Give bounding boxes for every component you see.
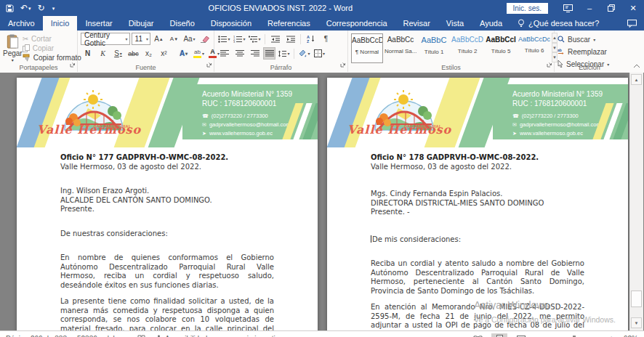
recipient-title: ALCALDE DEL CANTÓN SANTO DOMINGO. [60, 196, 274, 206]
tab-referencias[interactable]: Referencias [259, 16, 318, 31]
lightbulb-icon [518, 19, 525, 28]
numbering-icon: 123 [233, 36, 242, 43]
change-case-button[interactable]: Aa▾ [182, 33, 196, 45]
group-label-paragraph: Párrafo [214, 64, 347, 71]
styles-dialog-launcher[interactable] [547, 57, 552, 70]
clear-formatting-button[interactable] [198, 33, 212, 45]
style-name: ¶ Normal [352, 49, 382, 55]
highlight-color-button[interactable]: ab▾ [192, 47, 206, 60]
ribbon-display-options-button[interactable] [557, 0, 579, 16]
feedback-button[interactable] [620, 16, 644, 31]
group-label-editing: Edición [555, 64, 624, 71]
web-layout-button[interactable] [513, 333, 529, 337]
paste-dropdown-icon[interactable]: ▾ [12, 57, 14, 62]
save-button[interactable] [6, 4, 14, 12]
italic-button[interactable]: K [96, 47, 110, 60]
group-paragraph: ▾ 123▾ ▾ AZ ¶ [214, 31, 348, 72]
style-normal-sa[interactable]: AaBbCc Normal Sa... [385, 33, 416, 63]
replace-button[interactable]: ab Reemplazar [558, 46, 622, 57]
tab-inicio[interactable]: Inicio [43, 16, 78, 31]
style-preview: AaBbCc [385, 36, 416, 44]
decrease-indent-button[interactable] [268, 33, 282, 45]
style-preview: AaBbCcI [485, 36, 517, 44]
shrink-font-button[interactable]: A▼ [167, 33, 181, 45]
text-effects-button[interactable]: A▾ [177, 47, 190, 60]
font-dialog-launcher[interactable] [206, 57, 212, 70]
collapse-ribbon-button[interactable] [633, 58, 640, 71]
letter-body[interactable]: Oficio N° 177 GADPRVH-O-WMC-08-2022. Val… [17, 147, 318, 330]
numbering-button[interactable]: 123▾ [233, 33, 246, 45]
phone-icon: ☎ [512, 112, 519, 120]
mail-icon: ✉ [512, 121, 517, 129]
align-left-button[interactable] [217, 47, 231, 60]
shading-button[interactable]: ▾ [297, 47, 311, 60]
find-button[interactable]: Buscar▾ [558, 34, 622, 44]
style-titulo-6[interactable]: AaBbCcDc Título 6 [518, 33, 550, 63]
cut-button[interactable]: ✂ Cortar [23, 34, 81, 43]
style-titulo-1[interactable]: AaBbC Título 1 [418, 33, 450, 63]
print-layout-button[interactable] [491, 333, 507, 337]
style-name: Título 2 [451, 48, 483, 54]
borders-button[interactable]: ▾ [313, 47, 326, 60]
read-mode-button[interactable] [470, 333, 486, 337]
align-right-button[interactable] [248, 47, 262, 60]
subscript-button[interactable]: x₂ [142, 47, 156, 60]
style-titulo-5[interactable]: AaBbCcI Título 5 [485, 33, 517, 63]
undo-button[interactable]: ↶▾ [20, 4, 31, 12]
font-size-combo[interactable]: 11▾ [132, 33, 150, 45]
font-family-combo[interactable]: Century Gothic▾ [81, 33, 130, 45]
increase-indent-button[interactable] [283, 33, 297, 45]
tab-disposicion[interactable]: Disposición [203, 16, 259, 31]
style-normal[interactable]: AaBbCcD ¶ Normal [351, 33, 383, 63]
tab-archivo[interactable]: Archivo [0, 16, 43, 31]
tab-dibujar[interactable]: Dibujar [121, 16, 162, 31]
cursor-icon: ➤ [512, 129, 517, 137]
letterhead-info-box: Acuerdo Ministerial N° 1359 RUC : 176812… [493, 84, 628, 139]
paste-label: Pegar [3, 49, 23, 57]
undo-dropdown-icon[interactable]: ▾ [28, 6, 31, 11]
scrollbar-thumb[interactable] [631, 291, 642, 307]
close-button[interactable]: ✕ [622, 0, 644, 16]
multilevel-list-button[interactable]: ▾ [248, 33, 262, 45]
tab-revisar[interactable]: Revisar [395, 16, 438, 31]
strikethrough-button[interactable]: abc [126, 47, 140, 60]
statusbar-right: − + 92% [470, 333, 638, 337]
replace-icon: ab [558, 48, 565, 55]
bold-button[interactable]: N [81, 47, 94, 60]
decrease-indent-icon [271, 36, 280, 43]
tab-diseno[interactable]: Diseño [162, 16, 203, 31]
restore-button[interactable] [600, 0, 622, 16]
tab-ayuda[interactable]: Ayuda [472, 16, 510, 31]
line-spacing-button[interactable]: ▾ [277, 47, 291, 60]
letter-paragraph: En atención al Memorando Nro. MIES-CZ-4-… [371, 303, 584, 330]
tab-insertar[interactable]: Insertar [77, 16, 120, 31]
sort-button[interactable]: AZ [304, 33, 318, 45]
redo-button[interactable]: ↻ [38, 4, 45, 12]
style-titulo-2[interactable]: AaBbCcD Título 2 [451, 33, 483, 63]
minimize-button[interactable]: – [579, 0, 600, 16]
tell-me-box[interactable]: ¿Qué desea hacer? [510, 16, 606, 31]
copy-button[interactable]: Copiar [23, 44, 81, 52]
clipboard-dialog-launcher[interactable] [70, 57, 76, 70]
letter-paragraph: La presente tiene como finalidad solicit… [60, 297, 274, 330]
tab-correspondencia[interactable]: Correspondencia [318, 16, 395, 31]
letter-paragraph: En nombre de quienes conformamos el Gobi… [60, 253, 274, 290]
align-center-button[interactable] [233, 47, 246, 60]
tab-vista[interactable]: Vista [438, 16, 472, 31]
document-page-2[interactable]: Acuerdo Ministerial N° 1359 RUC : 176812… [327, 78, 628, 330]
letter-body[interactable]: Oficio N° 178 GADPRVH-O-WMC-08-2022. Val… [327, 147, 628, 330]
scroll-up-button[interactable]: ▲ [631, 74, 642, 85]
oficio-number: Oficio N° 177 GADPRVH-O-WMC-08-2022. [60, 153, 274, 163]
show-marks-button[interactable]: ¶ [319, 33, 333, 45]
bullets-button[interactable]: ▾ [217, 33, 231, 45]
paste-button[interactable]: Pegar ▾ [3, 33, 23, 62]
underline-button[interactable]: S▾ [111, 47, 125, 60]
document-page-1[interactable]: Acuerdo Ministerial N° 1359 RUC : 176812… [17, 78, 318, 330]
sign-in-button[interactable]: Inic. ses. [507, 3, 548, 14]
scroll-down-button[interactable]: ▼ [631, 317, 642, 328]
justify-button[interactable] [263, 47, 275, 60]
paragraph-dialog-launcher[interactable] [340, 57, 346, 70]
vertical-scrollbar[interactable]: ▲ ▼ [629, 73, 643, 330]
superscript-button[interactable]: x² [157, 47, 171, 60]
grow-font-button[interactable]: A▲ [152, 33, 166, 45]
